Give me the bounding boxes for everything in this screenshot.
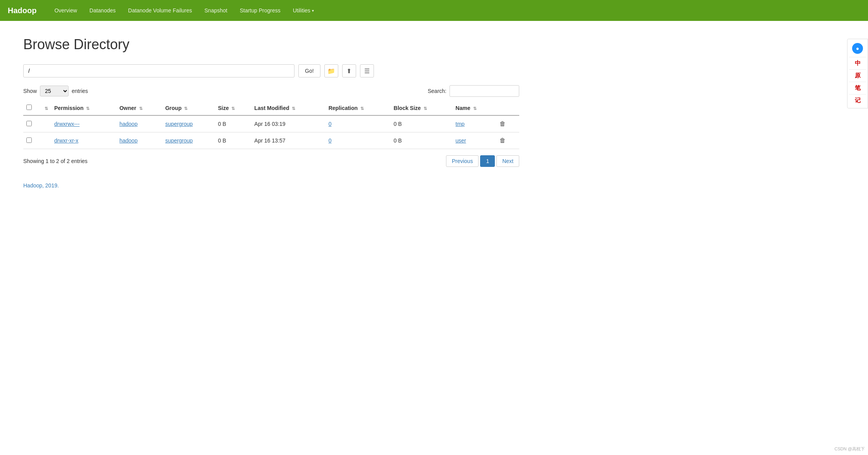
row-checkbox-1[interactable] (26, 137, 32, 143)
td-spacer-1 (41, 132, 51, 149)
group-link-0[interactable]: supergroup (165, 121, 193, 127)
permission-link-0[interactable]: drwxrwx--- (54, 121, 79, 127)
owner-link-1[interactable]: hadoop (119, 137, 138, 144)
path-row: Go! 📁 ⬆ ☰ (23, 64, 519, 77)
footer-text: Hadoop, 2019. (23, 182, 59, 189)
td-replication-0: 0 (326, 115, 391, 132)
folder-icon: 📁 (327, 67, 335, 75)
th-sort-icon[interactable]: ⇅ (41, 101, 51, 115)
nav-item-datanodes[interactable]: Datanodes (83, 1, 122, 20)
pagination-row: Showing 1 to 2 of 2 entries Previous 1 N… (23, 155, 519, 167)
permission-link-1[interactable]: drwxr-xr-x (54, 137, 78, 144)
next-button[interactable]: Next (496, 155, 519, 167)
footer: Hadoop, 2019. (23, 182, 519, 189)
th-block-size[interactable]: Block Size ⇅ (391, 101, 453, 115)
main-content: Browse Directory Go! 📁 ⬆ ☰ Show 10 25 50… (0, 21, 542, 204)
th-size[interactable]: Size ⇅ (215, 101, 251, 115)
replication-link-0[interactable]: 0 (329, 121, 332, 127)
path-input[interactable] (23, 64, 294, 77)
td-name-1: user (453, 132, 495, 149)
csdn-item-yuan[interactable]: 原 (849, 70, 866, 82)
nav-item-overview[interactable]: Overview (48, 1, 83, 20)
sort-icon-owner: ⇅ (139, 106, 143, 111)
td-last-modified-0: Apr 16 03:19 (251, 115, 325, 132)
sort-icon-size: ⇅ (231, 106, 235, 111)
sort-icon-all: ⇅ (45, 106, 48, 111)
td-group-1: supergroup (162, 132, 215, 149)
nav-link-datanode-volume-failures[interactable]: Datanode Volume Failures (122, 1, 198, 20)
name-link-0[interactable]: tmp (456, 121, 465, 127)
th-permission[interactable]: Permission ⇅ (51, 101, 116, 115)
list-icon: ☰ (364, 67, 370, 75)
nav-link-startup-progress[interactable]: Startup Progress (234, 1, 287, 20)
th-replication[interactable]: Replication ⇅ (326, 101, 391, 115)
nav-item-datanode-volume-failures[interactable]: Datanode Volume Failures (122, 1, 198, 20)
search-label: Search: (428, 88, 446, 94)
go-button[interactable]: Go! (298, 64, 320, 77)
nav-item-startup-progress[interactable]: Startup Progress (234, 1, 287, 20)
sort-icon-group: ⇅ (184, 106, 188, 111)
delete-button-1[interactable]: 🗑 (498, 136, 507, 145)
th-actions (495, 101, 519, 115)
navbar-nav: Overview Datanodes Datanode Volume Failu… (48, 1, 320, 20)
csdn-item-bi[interactable]: 笔 (849, 82, 866, 94)
csdn-item-zhong[interactable]: 中 (849, 57, 866, 70)
navbar: Hadoop Overview Datanodes Datanode Volum… (0, 0, 868, 21)
upload-icon-button[interactable]: ⬆ (342, 64, 356, 77)
table-header-row: ⇅ Permission ⇅ Owner ⇅ Group ⇅ Size ⇅ (23, 101, 519, 115)
csdn-bi-text: 笔 (855, 84, 861, 92)
owner-link-0[interactable]: hadoop (119, 121, 138, 127)
nav-item-utilities[interactable]: Utilities ▾ (287, 1, 320, 20)
sort-icon-replication: ⇅ (360, 106, 364, 111)
sort-icon-name: ⇅ (473, 106, 477, 111)
th-last-modified[interactable]: Last Modified ⇅ (251, 101, 325, 115)
td-block-size-1: 0 B (391, 132, 453, 149)
directory-table: ⇅ Permission ⇅ Owner ⇅ Group ⇅ Size ⇅ (23, 101, 519, 149)
previous-button[interactable]: Previous (446, 155, 479, 167)
td-permission-0: drwxrwx--- (51, 115, 116, 132)
nav-link-datanodes[interactable]: Datanodes (83, 1, 122, 20)
td-delete-1: 🗑 (495, 132, 519, 149)
list-icon-button[interactable]: ☰ (360, 64, 374, 77)
entries-label: entries (72, 88, 88, 94)
td-block-size-0: 0 B (391, 115, 453, 132)
select-all-checkbox[interactable] (26, 105, 32, 110)
nav-link-snapshot[interactable]: Snapshot (198, 1, 234, 20)
search-input[interactable] (450, 85, 519, 97)
td-owner-0: hadoop (116, 115, 162, 132)
page-title: Browse Directory (23, 36, 519, 53)
page-1-button[interactable]: 1 (480, 155, 495, 167)
table-row: drwxrwx--- hadoop supergroup 0 B Apr 16 … (23, 115, 519, 132)
sort-icon-block-size: ⇅ (424, 106, 427, 111)
td-name-0: tmp (453, 115, 495, 132)
td-last-modified-1: Apr 16 13:57 (251, 132, 325, 149)
sort-icon-last-modified: ⇅ (292, 106, 295, 111)
table-row: drwxr-xr-x hadoop supergroup 0 B Apr 16 … (23, 132, 519, 149)
csdn-item-circle[interactable]: ● (849, 41, 866, 57)
nav-link-overview[interactable]: Overview (48, 1, 83, 20)
nav-item-snapshot[interactable]: Snapshot (198, 1, 234, 20)
th-owner[interactable]: Owner ⇅ (116, 101, 162, 115)
dropdown-arrow-icon: ▾ (312, 9, 314, 13)
td-checkbox-1 (23, 132, 41, 149)
replication-link-1[interactable]: 0 (329, 137, 332, 144)
csdn-item-ji[interactable]: 记 (849, 94, 866, 106)
showing-text: Showing 1 to 2 of 2 entries (23, 158, 88, 164)
csdn-zhong-text: 中 (855, 60, 861, 67)
th-group[interactable]: Group ⇅ (162, 101, 215, 115)
row-checkbox-0[interactable] (26, 121, 32, 126)
delete-button-0[interactable]: 🗑 (498, 120, 507, 128)
name-link-1[interactable]: user (456, 137, 466, 144)
folder-icon-button[interactable]: 📁 (324, 64, 338, 77)
entries-select[interactable]: 10 25 50 100 (40, 86, 69, 96)
td-size-1: 0 B (215, 132, 251, 149)
show-entries: Show 10 25 50 100 entries (23, 86, 88, 96)
td-owner-1: hadoop (116, 132, 162, 149)
pagination: Previous 1 Next (446, 155, 519, 167)
nav-link-utilities[interactable]: Utilities ▾ (287, 1, 320, 20)
table-body: drwxrwx--- hadoop supergroup 0 B Apr 16 … (23, 115, 519, 149)
th-name[interactable]: Name ⇅ (453, 101, 495, 115)
csdn-circle-icon: ● (852, 43, 863, 54)
navbar-brand[interactable]: Hadoop (8, 6, 36, 15)
group-link-1[interactable]: supergroup (165, 137, 193, 144)
